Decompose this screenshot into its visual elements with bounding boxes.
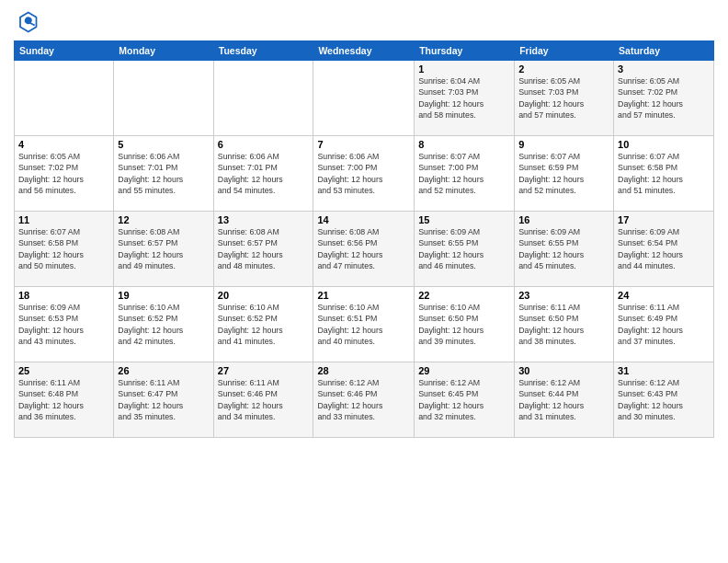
day-cell: 19Sunrise: 6:10 AMSunset: 6:52 PMDayligh… [114, 287, 213, 362]
day-cell: 15Sunrise: 6:09 AMSunset: 6:55 PMDayligh… [415, 212, 515, 287]
day-number: 8 [418, 139, 510, 150]
week-row-4: 25Sunrise: 6:11 AMSunset: 6:48 PMDayligh… [15, 362, 714, 438]
day-info: Sunrise: 6:11 AMSunset: 6:47 PMDaylight:… [118, 377, 209, 422]
day-info: Sunrise: 6:08 AMSunset: 6:57 PMDaylight:… [218, 226, 310, 271]
day-cell: 11Sunrise: 6:07 AMSunset: 6:58 PMDayligh… [15, 212, 114, 287]
day-cell: 9Sunrise: 6:07 AMSunset: 6:59 PMDaylight… [515, 136, 614, 212]
day-info: Sunrise: 6:06 AMSunset: 7:01 PMDaylight:… [218, 151, 310, 196]
day-number: 10 [618, 139, 710, 150]
calendar-table: SundayMondayTuesdayWednesdayThursdayFrid… [14, 40, 714, 438]
day-number: 30 [518, 365, 609, 376]
day-info: Sunrise: 6:07 AMSunset: 6:58 PMDaylight:… [618, 151, 710, 196]
day-cell: 24Sunrise: 6:11 AMSunset: 6:49 PMDayligh… [614, 287, 714, 362]
day-info: Sunrise: 6:12 AMSunset: 6:44 PMDaylight:… [518, 377, 609, 422]
day-number: 14 [317, 214, 410, 225]
day-number: 24 [618, 290, 710, 301]
day-info: Sunrise: 6:10 AMSunset: 6:51 PMDaylight:… [317, 302, 410, 347]
day-number: 2 [518, 63, 609, 75]
day-cell: 30Sunrise: 6:12 AMSunset: 6:44 PMDayligh… [515, 362, 614, 438]
day-cell: 27Sunrise: 6:11 AMSunset: 6:46 PMDayligh… [213, 362, 313, 438]
day-cell: 21Sunrise: 6:10 AMSunset: 6:51 PMDayligh… [313, 287, 415, 362]
day-number: 26 [118, 365, 209, 376]
day-cell: 18Sunrise: 6:09 AMSunset: 6:53 PMDayligh… [15, 287, 114, 362]
day-number: 18 [18, 290, 109, 301]
header-day-saturday: Saturday [614, 41, 714, 61]
day-cell: 2Sunrise: 6:05 AMSunset: 7:03 PMDaylight… [515, 61, 614, 136]
day-number: 17 [618, 214, 710, 225]
day-info: Sunrise: 6:05 AMSunset: 7:02 PMDaylight:… [18, 151, 109, 196]
day-info: Sunrise: 6:12 AMSunset: 6:45 PMDaylight:… [418, 377, 510, 422]
day-info: Sunrise: 6:12 AMSunset: 6:43 PMDaylight:… [618, 377, 710, 422]
day-info: Sunrise: 6:08 AMSunset: 6:56 PMDaylight:… [317, 226, 410, 271]
day-cell: 17Sunrise: 6:09 AMSunset: 6:54 PMDayligh… [614, 212, 714, 287]
week-row-3: 18Sunrise: 6:09 AMSunset: 6:53 PMDayligh… [15, 287, 714, 362]
day-info: Sunrise: 6:09 AMSunset: 6:53 PMDaylight:… [18, 302, 109, 347]
day-cell: 13Sunrise: 6:08 AMSunset: 6:57 PMDayligh… [213, 212, 313, 287]
day-info: Sunrise: 6:08 AMSunset: 6:57 PMDaylight:… [118, 226, 209, 271]
day-number: 21 [317, 290, 410, 301]
day-cell [15, 61, 114, 136]
header-day-wednesday: Wednesday [313, 41, 415, 61]
calendar-body: 1Sunrise: 6:04 AMSunset: 7:03 PMDaylight… [15, 61, 714, 438]
day-cell: 26Sunrise: 6:11 AMSunset: 6:47 PMDayligh… [114, 362, 213, 438]
header-day-monday: Monday [114, 41, 213, 61]
logo [14, 9, 43, 35]
day-info: Sunrise: 6:11 AMSunset: 6:50 PMDaylight:… [518, 302, 609, 347]
day-info: Sunrise: 6:07 AMSunset: 7:00 PMDaylight:… [418, 151, 510, 196]
day-info: Sunrise: 6:05 AMSunset: 7:03 PMDaylight:… [518, 75, 609, 121]
day-info: Sunrise: 6:07 AMSunset: 6:58 PMDaylight:… [18, 226, 109, 271]
day-number: 28 [317, 365, 410, 376]
day-info: Sunrise: 6:11 AMSunset: 6:46 PMDaylight:… [218, 377, 310, 422]
day-number: 9 [518, 139, 609, 150]
day-cell: 31Sunrise: 6:12 AMSunset: 6:43 PMDayligh… [614, 362, 714, 438]
day-number: 5 [118, 139, 209, 150]
day-cell: 20Sunrise: 6:10 AMSunset: 6:52 PMDayligh… [213, 287, 313, 362]
day-cell: 29Sunrise: 6:12 AMSunset: 6:45 PMDayligh… [415, 362, 515, 438]
day-cell: 8Sunrise: 6:07 AMSunset: 7:00 PMDaylight… [415, 136, 515, 212]
day-cell: 28Sunrise: 6:12 AMSunset: 6:46 PMDayligh… [313, 362, 415, 438]
day-number: 20 [218, 290, 310, 301]
day-info: Sunrise: 6:06 AMSunset: 7:00 PMDaylight:… [317, 151, 410, 196]
day-number: 15 [418, 214, 510, 225]
day-info: Sunrise: 6:09 AMSunset: 6:55 PMDaylight:… [518, 226, 609, 271]
week-row-1: 4Sunrise: 6:05 AMSunset: 7:02 PMDaylight… [15, 136, 714, 212]
day-number: 12 [118, 214, 209, 225]
day-cell: 10Sunrise: 6:07 AMSunset: 6:58 PMDayligh… [614, 136, 714, 212]
day-cell: 3Sunrise: 6:05 AMSunset: 7:02 PMDaylight… [614, 61, 714, 136]
day-number: 23 [518, 290, 609, 301]
header [14, 9, 714, 35]
header-day-tuesday: Tuesday [213, 41, 313, 61]
day-cell [313, 61, 415, 136]
day-cell: 5Sunrise: 6:06 AMSunset: 7:01 PMDaylight… [114, 136, 213, 212]
day-info: Sunrise: 6:09 AMSunset: 6:54 PMDaylight:… [618, 226, 710, 271]
day-cell: 7Sunrise: 6:06 AMSunset: 7:00 PMDaylight… [313, 136, 415, 212]
week-row-2: 11Sunrise: 6:07 AMSunset: 6:58 PMDayligh… [15, 212, 714, 287]
day-cell: 6Sunrise: 6:06 AMSunset: 7:01 PMDaylight… [213, 136, 313, 212]
day-number: 11 [18, 214, 109, 225]
day-cell: 16Sunrise: 6:09 AMSunset: 6:55 PMDayligh… [515, 212, 614, 287]
day-info: Sunrise: 6:06 AMSunset: 7:01 PMDaylight:… [118, 151, 209, 196]
day-number: 19 [118, 290, 209, 301]
header-row: SundayMondayTuesdayWednesdayThursdayFrid… [15, 41, 714, 61]
day-number: 4 [18, 139, 109, 150]
day-info: Sunrise: 6:11 AMSunset: 6:49 PMDaylight:… [618, 302, 710, 347]
day-number: 16 [518, 214, 609, 225]
day-number: 3 [618, 63, 710, 75]
calendar-header: SundayMondayTuesdayWednesdayThursdayFrid… [15, 41, 714, 61]
week-row-0: 1Sunrise: 6:04 AMSunset: 7:03 PMDaylight… [15, 61, 714, 136]
header-day-sunday: Sunday [15, 41, 114, 61]
day-info: Sunrise: 6:11 AMSunset: 6:48 PMDaylight:… [18, 377, 109, 422]
header-day-thursday: Thursday [415, 41, 515, 61]
day-info: Sunrise: 6:10 AMSunset: 6:52 PMDaylight:… [118, 302, 209, 347]
day-info: Sunrise: 6:10 AMSunset: 6:50 PMDaylight:… [418, 302, 510, 347]
day-info: Sunrise: 6:05 AMSunset: 7:02 PMDaylight:… [618, 75, 710, 121]
day-info: Sunrise: 6:09 AMSunset: 6:55 PMDaylight:… [418, 226, 510, 271]
day-number: 22 [418, 290, 510, 301]
day-number: 6 [218, 139, 310, 150]
day-cell: 22Sunrise: 6:10 AMSunset: 6:50 PMDayligh… [415, 287, 515, 362]
logo-icon [14, 9, 40, 35]
day-info: Sunrise: 6:12 AMSunset: 6:46 PMDaylight:… [317, 377, 410, 422]
day-number: 27 [218, 365, 310, 376]
day-info: Sunrise: 6:04 AMSunset: 7:03 PMDaylight:… [418, 75, 510, 121]
day-number: 7 [317, 139, 410, 150]
